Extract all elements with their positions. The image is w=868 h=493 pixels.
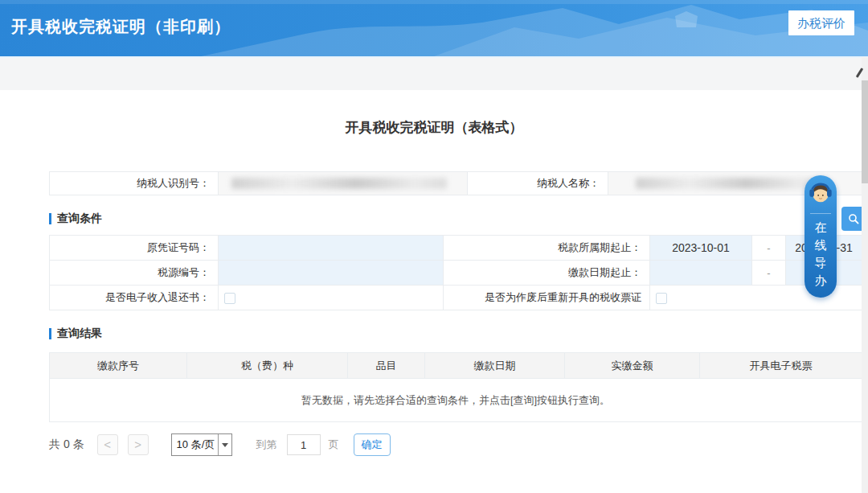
goto-confirm-button[interactable]: 确定 (354, 433, 391, 456)
divider (810, 213, 831, 214)
electronic-refund-cell (219, 286, 444, 310)
column-header-payment-date: 缴款日期 (425, 353, 565, 379)
total-count-text: 共 0 条 (49, 438, 84, 452)
payment-date-range-separator: - (752, 261, 786, 286)
customer-service-avatar-icon (807, 179, 834, 207)
taxpayer-row: 纳税人识别号： 纳税人名称： (50, 172, 862, 195)
column-header-tax-type: 税（费）种 (187, 353, 348, 379)
tax-period-range-separator: - (752, 236, 786, 261)
prev-page-button[interactable]: < (97, 434, 118, 455)
empty-state-message: 暂无数据，请先选择合适的查询条件，并点击[查询]按钮执行查询。 (50, 379, 862, 422)
page-header: 开具税收完税证明（非印刷） 办税评价 (0, 0, 868, 56)
section-title-text: 查询条件 (57, 212, 102, 226)
reissue-checkbox[interactable] (656, 293, 667, 304)
tax-source-input[interactable] (219, 261, 444, 286)
tax-source-label: 税源编号： (50, 261, 219, 286)
tax-period-label: 税款所属期起止： (444, 236, 650, 261)
tax-period-start-input[interactable]: 2023-10-01 (650, 236, 752, 261)
section-title-text: 查询结果 (57, 327, 102, 341)
form-title: 开具税收完税证明（表格式） (0, 118, 868, 137)
results-header-row: 缴款序号 税（费）种 品目 缴款日期 实缴金额 开具电子税票 (50, 353, 862, 379)
page-size-select[interactable]: 10 条/页 (171, 433, 232, 456)
vertical-scrollbar-track (862, 57, 868, 493)
taxpayer-id-value (219, 172, 468, 195)
tax-evaluate-button[interactable]: 办税评价 (788, 10, 854, 35)
electronic-refund-checkbox[interactable] (224, 293, 235, 304)
payment-date-label: 缴款日期起止： (444, 261, 650, 286)
reissue-label: 是否为作废后重新开具的税收票证 (444, 286, 650, 310)
taxpayer-info-table: 纳税人识别号： 纳税人名称： (49, 171, 862, 195)
column-header-paid-amount: 实缴金额 (565, 353, 700, 379)
payment-date-start-input[interactable] (650, 261, 752, 286)
form-row-checkboxes: 是否电子收入退还书： 是否为作废后重新开具的税收票证 (50, 286, 862, 310)
empty-state-row: 暂无数据，请先选择合适的查询条件，并点击[查询]按钮执行查询。 (50, 379, 862, 422)
section-accent-bar (49, 328, 51, 339)
page-size-selected-value: 10 条/页 (172, 438, 218, 452)
column-header-item: 品目 (348, 353, 425, 379)
vertical-scrollbar-thumb[interactable] (862, 80, 868, 183)
section-accent-bar (49, 213, 51, 224)
column-header-payment-seq: 缴款序号 (50, 353, 187, 379)
form-row-voucher-period: 原凭证号码： 税款所属期起止： 2023-10-01 - 2023-10-31 (50, 236, 862, 261)
page: 开具税收完税证明（非印刷） 办税评价 开具税收完税证明（表格式） 纳税人识别号：… (0, 0, 868, 493)
electronic-refund-label: 是否电子收入退还书： (50, 286, 219, 310)
search-icon (848, 213, 859, 224)
query-results-section-title: 查询结果 (49, 327, 102, 341)
taxpayer-id-label: 纳税人识别号： (50, 172, 219, 195)
goto-page-input[interactable] (287, 434, 321, 455)
sub-toolbar (0, 56, 868, 90)
next-page-button[interactable]: > (128, 434, 149, 455)
query-conditions-section-title: 查询条件 (49, 212, 102, 226)
pagination-bar: 共 0 条 < > 10 条/页 到第 页 确定 (49, 433, 391, 457)
chevron-left-icon: < (104, 438, 111, 451)
dropdown-arrow-box[interactable] (218, 434, 231, 455)
query-conditions-form: 原凭证号码： 税款所属期起止： 2023-10-01 - 2023-10-31 … (49, 235, 862, 310)
redacted-taxpayer-id (231, 178, 447, 189)
original-voucher-label: 原凭证号码： (50, 236, 219, 261)
page-title: 开具税收完税证明（非印刷） (11, 16, 231, 38)
online-guide-widget[interactable]: 在线导办 (805, 175, 837, 298)
redacted-taxpayer-name (636, 178, 827, 189)
chevron-right-icon: > (134, 438, 141, 451)
query-results-table: 缴款序号 税（费）种 品目 缴款日期 实缴金额 开具电子税票 暂无数据，请先选择… (49, 352, 862, 422)
column-header-e-invoice: 开具电子税票 (700, 353, 862, 379)
goto-page-prefix: 到第 (256, 438, 277, 452)
online-guide-label: 在线导办 (814, 219, 827, 290)
chevron-down-icon (222, 443, 228, 447)
original-voucher-input[interactable] (219, 236, 444, 261)
form-row-source-paydate: 税源编号： 缴款日期起止： - (50, 261, 862, 286)
goto-page-suffix: 页 (329, 438, 339, 452)
taxpayer-name-label: 纳税人名称： (468, 172, 608, 195)
